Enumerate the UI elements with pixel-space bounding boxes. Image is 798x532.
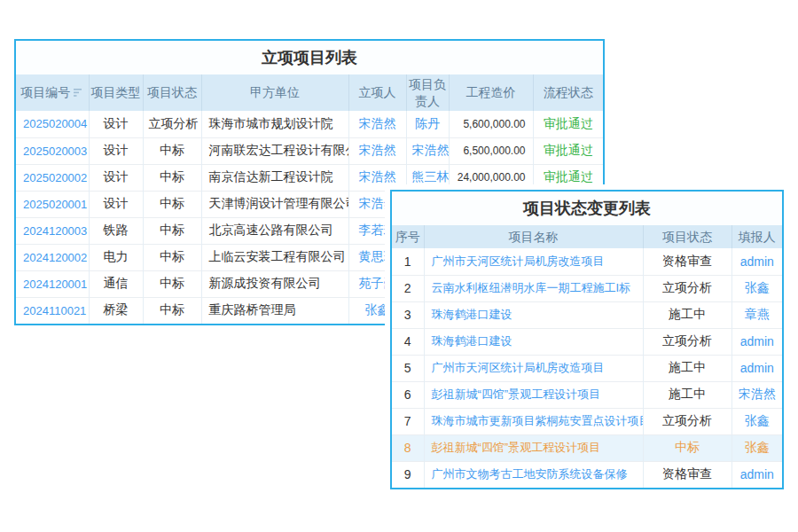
- party-unit-cell: 北京高速公路有限公司: [201, 217, 348, 244]
- flow-status-cell: 审批通过: [533, 111, 603, 137]
- panel2-title: 项目状态变更列表: [392, 192, 782, 225]
- row-index-cell: 9: [392, 461, 424, 488]
- filler-link[interactable]: 宋浩然: [732, 381, 782, 408]
- initiator-link[interactable]: 宋浩然: [348, 137, 406, 164]
- col-project-id[interactable]: 项目编号: [16, 74, 89, 111]
- filler-link[interactable]: admin: [732, 461, 782, 488]
- status-cell: 资格审查: [643, 248, 732, 275]
- status-change-panel: 项目状态变更列表 序号 项目名称 项目状态 填报人 1 广州市天河区统计局机房改…: [390, 190, 784, 489]
- initiator-link[interactable]: 宋浩然: [348, 164, 406, 191]
- project-id-link[interactable]: 2025020001: [16, 191, 89, 217]
- project-id-link[interactable]: 2024120003: [16, 217, 89, 244]
- project-name-link[interactable]: 珠海鹤港口建设: [424, 328, 643, 355]
- project-status-cell: 中标: [143, 191, 201, 217]
- filler-link[interactable]: admin: [732, 355, 782, 381]
- col-serial-no: 序号: [392, 225, 424, 248]
- row-index-cell: 4: [392, 328, 424, 355]
- manager-link[interactable]: 宋浩然: [406, 137, 449, 164]
- initiator-link[interactable]: 宋浩然: [348, 111, 406, 137]
- project-name-link[interactable]: 广州市天河区统计局机房改造项目: [424, 248, 643, 275]
- row-index-cell: 2: [392, 275, 424, 301]
- col-filler: 填报人: [732, 225, 782, 248]
- table-row: 2 云南水利枢纽潜明水库一期工程施工I标 立项分析 张鑫: [392, 275, 782, 301]
- project-status-cell: 中标: [143, 164, 201, 191]
- project-type-cell: 设计: [89, 111, 143, 137]
- project-type-cell: 设计: [89, 191, 143, 217]
- status-cell: 立项分析: [643, 408, 732, 434]
- table-row: 4 珠海鹤港口建设 立项分析 admin: [392, 328, 782, 355]
- filler-link[interactable]: admin: [732, 328, 782, 355]
- project-name-link[interactable]: 珠海市城市更新项目紫桐苑安置点设计项目: [424, 408, 643, 434]
- project-type-cell: 设计: [89, 164, 143, 191]
- col-flow-status: 流程状态: [533, 74, 603, 111]
- party-unit-cell: 南京信达新工程设计院: [201, 164, 348, 191]
- party-unit-cell: 上临云安装工程有限公司: [201, 244, 348, 270]
- project-name-link[interactable]: 彭祖新城“四馆”景观工程设计项目: [424, 434, 643, 461]
- project-type-cell: 桥梁: [89, 297, 143, 324]
- filler-link[interactable]: 张鑫: [732, 434, 782, 461]
- project-id-link[interactable]: 2025020004: [16, 111, 89, 137]
- party-unit-cell: 天津博润设计管理有限公司: [201, 191, 348, 217]
- filler-link[interactable]: admin: [732, 248, 782, 275]
- table-row: 1 广州市天河区统计局机房改造项目 资格审查 admin: [392, 248, 782, 275]
- project-status-cell: 立项分析: [143, 111, 201, 137]
- col-project-status: 项目状态: [643, 225, 732, 248]
- project-name-link[interactable]: 广州市文物考古工地安防系统设备保修: [424, 461, 643, 488]
- table-row: 7 珠海市城市更新项目紫桐苑安置点设计项目 立项分析 张鑫: [392, 408, 782, 434]
- project-id-link[interactable]: 2024110021: [16, 297, 89, 324]
- col-project-status: 项目状态: [143, 74, 201, 111]
- col-cost: 工程造价: [449, 74, 533, 111]
- project-type-cell: 铁路: [89, 217, 143, 244]
- row-index-cell: 8: [392, 434, 424, 461]
- party-unit-cell: 河南联宏达工程设计有限公司: [201, 137, 348, 164]
- col-project-name: 项目名称: [424, 225, 643, 248]
- project-name-link[interactable]: 珠海鹤港口建设: [424, 301, 643, 328]
- table-row: 9 广州市文物考古工地安防系统设备保修 资格审查 admin: [392, 461, 782, 488]
- project-id-link[interactable]: 2024120002: [16, 244, 89, 270]
- table-row: 6 彭祖新城“四馆”景观工程设计项目 施工中 宋浩然: [392, 381, 782, 408]
- row-index-cell: 3: [392, 301, 424, 328]
- manager-link[interactable]: 陈丹: [406, 111, 449, 137]
- row-index-cell: 5: [392, 355, 424, 381]
- table-row: 2025020003 设计 中标 河南联宏达工程设计有限公司 宋浩然 宋浩然 6…: [16, 137, 603, 164]
- filler-link[interactable]: 章燕: [732, 301, 782, 328]
- table-row: 3 珠海鹤港口建设 施工中 章燕: [392, 301, 782, 328]
- filler-link[interactable]: 张鑫: [732, 275, 782, 301]
- project-status-cell: 中标: [143, 270, 201, 297]
- project-status-cell: 中标: [143, 137, 201, 164]
- project-name-link[interactable]: 广州市天河区统计局机房改造项目: [424, 355, 643, 381]
- col-party-unit: 甲方单位: [201, 74, 348, 111]
- project-type-cell: 设计: [89, 137, 143, 164]
- project-id-link[interactable]: 2025020002: [16, 164, 89, 191]
- project-status-cell: 中标: [143, 297, 201, 324]
- row-index-cell: 7: [392, 408, 424, 434]
- sort-icon[interactable]: [74, 85, 83, 102]
- table-row: 5 广州市天河区统计局机房改造项目 施工中 admin: [392, 355, 782, 381]
- status-cell: 施工中: [643, 381, 732, 408]
- project-type-cell: 电力: [89, 244, 143, 270]
- filler-link[interactable]: 张鑫: [732, 408, 782, 434]
- status-change-table: 序号 项目名称 项目状态 填报人 1 广州市天河区统计局机房改造项目 资格审查 …: [392, 225, 782, 488]
- flow-status-cell: 审批通过: [533, 164, 603, 191]
- row-index-cell: 1: [392, 248, 424, 275]
- status-cell: 资格审查: [643, 461, 732, 488]
- status-cell: 立项分析: [643, 328, 732, 355]
- party-unit-cell: 珠海市城市规划设计院: [201, 111, 348, 137]
- table-row: 2025020002 设计 中标 南京信达新工程设计院 宋浩然 熊三林 24,0…: [16, 164, 603, 191]
- table-row: 2025020004 设计 立项分析 珠海市城市规划设计院 宋浩然 陈丹 5,6…: [16, 111, 603, 137]
- project-status-cell: 中标: [143, 244, 201, 270]
- status-cell: 施工中: [643, 301, 732, 328]
- project-type-cell: 通信: [89, 270, 143, 297]
- col-manager: 项目负责人: [406, 74, 449, 111]
- cost-cell: 6,500,000.00: [449, 137, 533, 164]
- project-name-link[interactable]: 彭祖新城“四馆”景观工程设计项目: [424, 381, 643, 408]
- flow-status-cell: 审批通过: [533, 137, 603, 164]
- party-unit-cell: 新源成投资有限公司: [201, 270, 348, 297]
- project-id-link[interactable]: 2024120001: [16, 270, 89, 297]
- panel1-title: 立项项目列表: [16, 41, 603, 74]
- project-id-link[interactable]: 2025020003: [16, 137, 89, 164]
- project-name-link[interactable]: 云南水利枢纽潜明水库一期工程施工I标: [424, 275, 643, 301]
- col-project-type: 项目类型: [89, 74, 143, 111]
- row-index-cell: 6: [392, 381, 424, 408]
- manager-link[interactable]: 熊三林: [406, 164, 449, 191]
